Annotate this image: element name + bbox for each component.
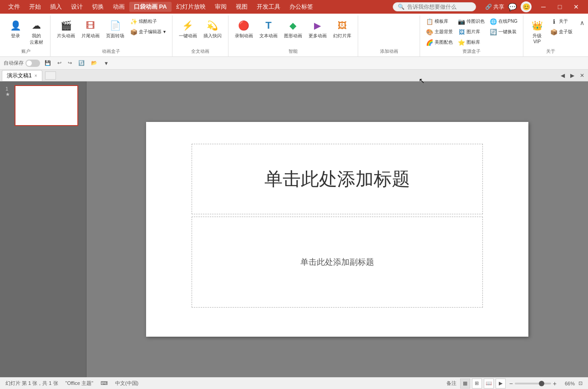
film-tail-button[interactable]: 🎞 片尾动画: [79, 16, 102, 41]
menu-slideshow[interactable]: 幻灯片放映: [172, 2, 210, 12]
slide-thumbnail[interactable]: [15, 85, 78, 126]
shape-anim-icon: ◆: [286, 18, 300, 33]
box-ver-button[interactable]: 📦 盒子版: [548, 27, 574, 37]
login-icon: 👤: [8, 18, 23, 33]
language-info: 中文(中国): [115, 380, 138, 387]
slide-canvas[interactable]: 单击此处添加标题 单击此处添加副标题: [146, 122, 528, 337]
more-button[interactable]: ▼: [102, 60, 111, 67]
menu-devtools[interactable]: 开发工具: [252, 2, 285, 12]
doc-tab-name: 演示文稿1: [7, 72, 32, 80]
page-transition-button[interactable]: 📄 页面转场: [103, 16, 127, 41]
theme-info: "Office 主题": [66, 380, 93, 387]
menu-design[interactable]: 设计: [66, 2, 87, 12]
text-anim-icon: T: [261, 18, 276, 33]
theme-bg-button[interactable]: 🎨 主题背景: [424, 27, 455, 37]
login-button[interactable]: 👤 登录: [5, 16, 25, 41]
menu-pocket-anim[interactable]: 口袋动画 PA: [129, 2, 172, 12]
flash-insert-button[interactable]: 💫 插入快闪: [201, 16, 224, 41]
menu-insert[interactable]: 插入: [46, 2, 66, 12]
zoom-level[interactable]: 66%: [560, 381, 575, 386]
ribbon-content: 👤 登录 ☁ 我的云素材 账户 🎬 片头动画 🎞 片尾动画: [0, 14, 588, 56]
doc-tab-close[interactable]: ×: [35, 73, 37, 78]
tab-arrow-left[interactable]: ◀: [559, 71, 567, 80]
redo-button[interactable]: ↪: [66, 59, 74, 67]
particles-button[interactable]: ✨ 炫酷粒子: [128, 16, 168, 26]
menu-file[interactable]: 文件: [4, 2, 25, 12]
zoom-out-button[interactable]: −: [509, 380, 513, 387]
shape-anim-button[interactable]: ◆ 图形动画: [281, 16, 305, 41]
maximize-button[interactable]: □: [552, 0, 568, 14]
pic-lib-button[interactable]: 🖼 图片库: [456, 27, 487, 37]
template-lib-icon: 📋: [426, 17, 434, 25]
record-anim-button[interactable]: 🔴 录制动画: [232, 16, 256, 41]
cloud-icon: ☁: [29, 18, 44, 33]
online-png-icon: 🌐: [489, 17, 497, 25]
slide-lib-button[interactable]: 🖼 幻灯片库: [330, 16, 354, 41]
menu-animation[interactable]: 动画: [108, 2, 129, 12]
slide-star: ★: [5, 91, 10, 97]
about-button[interactable]: ℹ 关于: [548, 16, 574, 26]
doc-tab-1[interactable]: 演示文稿1 ×: [2, 70, 42, 81]
more-anim-icon: ▶: [310, 18, 325, 33]
slideshow-button[interactable]: ▶: [496, 379, 506, 389]
subtitle-placeholder[interactable]: 单击此处添加副标题: [192, 217, 483, 308]
autosave-toggle[interactable]: [25, 60, 40, 67]
user-avatar[interactable]: 😊: [521, 1, 532, 12]
canvas-area: 单击此处添加标题 单击此处添加副标题: [86, 81, 588, 377]
title-placeholder[interactable]: 单击此处添加标题: [192, 144, 483, 214]
undo-button[interactable]: ↩: [56, 59, 63, 67]
template-lib-button[interactable]: 📋 模板库: [424, 16, 455, 26]
box-editor-button[interactable]: 📦 盒子编辑器 ▼: [128, 27, 168, 37]
ribbon-group-items-fullanim: ⚡ 一键动画 💫 插入快闪: [176, 16, 224, 47]
theme-bg-icon: 🎨: [426, 28, 434, 36]
normal-view-button[interactable]: ▦: [460, 379, 470, 389]
search-bar[interactable]: 🔍: [393, 2, 476, 11]
zoom-in-button[interactable]: +: [553, 380, 557, 387]
tab-close-all[interactable]: ✕: [578, 71, 586, 80]
ribbon-collapse-button[interactable]: ∧: [578, 17, 586, 28]
online-png-button[interactable]: 🌐 在线PNG: [487, 16, 519, 26]
fit-button[interactable]: ⊡: [578, 380, 583, 386]
ribbon-group-account: 👤 登录 ☁ 我的云素材 账户: [2, 15, 51, 56]
saveas-button[interactable]: 📂: [89, 59, 99, 67]
zoom-slider-thumb[interactable]: [539, 381, 544, 386]
share-button[interactable]: 🔗 共享: [485, 3, 504, 11]
comment-icon[interactable]: 💬: [508, 3, 517, 11]
ribbon-group-about: 👑 升级VIP ℹ 关于 📦 盒子版 关于: [523, 15, 578, 56]
undo-icon: ↩: [57, 60, 61, 66]
menu-home[interactable]: 开始: [25, 2, 46, 12]
my-cloud-button[interactable]: ☁ 我的云素材: [26, 16, 46, 47]
smart-group-label: 智能: [289, 47, 298, 56]
upgrade-vip-button[interactable]: 👑 升级VIP: [527, 16, 547, 46]
menu-transition[interactable]: 切换: [87, 2, 108, 12]
text-anim-button[interactable]: T 文本动画: [257, 16, 280, 41]
beauty-color-button[interactable]: 🌈 美图配色: [424, 37, 455, 47]
subtitle-placeholder-text: 单击此处添加副标题: [300, 257, 374, 268]
tab-arrow-right[interactable]: ▶: [568, 71, 576, 80]
menu-view[interactable]: 视图: [231, 2, 252, 12]
ribbon-col-res3: 🌐 在线PNG 🔄 一键换装: [487, 16, 519, 37]
minimize-button[interactable]: ─: [535, 0, 552, 14]
saveas-icon: 📂: [91, 60, 97, 66]
save-button[interactable]: 💾: [43, 59, 53, 67]
one-switch-button[interactable]: 🔄 一键换装: [487, 27, 519, 37]
img-color-button[interactable]: 📷 传图识色: [456, 16, 487, 26]
read-view-button[interactable]: 📖: [484, 379, 494, 389]
close-button[interactable]: ✕: [568, 0, 584, 14]
input-method-icon[interactable]: ⌨: [101, 380, 108, 386]
icon-lib-button[interactable]: ⭐ 图标库: [456, 37, 487, 47]
ribbon-group-items-smart: 🔴 录制动画 T 文本动画 ◆ 图形动画 ▶ 更多动画 🖼 幻灯片库: [232, 16, 354, 47]
status-bar: 幻灯片 第 1 张，共 1 张 "Office 主题" ⌨ 中文(中国) 备注 …: [0, 377, 588, 389]
more-anim-button[interactable]: ▶ 更多动画: [306, 16, 329, 41]
film-head-button[interactable]: 🎬 片头动画: [54, 16, 78, 41]
reset-button[interactable]: 🔃: [76, 59, 86, 67]
menu-office-tag[interactable]: 办公标签: [285, 2, 318, 12]
new-tab-button[interactable]: [45, 71, 56, 80]
comment-label[interactable]: 备注: [446, 380, 456, 387]
one-click-button[interactable]: ⚡ 一键动画: [176, 16, 200, 41]
ribbon-group-full-anim: ⚡ 一键动画 💫 插入快闪 全文动画: [172, 15, 228, 56]
slide-browse-button[interactable]: ⊞: [472, 379, 482, 389]
menu-review[interactable]: 审阅: [210, 2, 231, 12]
search-input[interactable]: [407, 4, 471, 10]
zoom-slider[interactable]: [515, 383, 551, 384]
